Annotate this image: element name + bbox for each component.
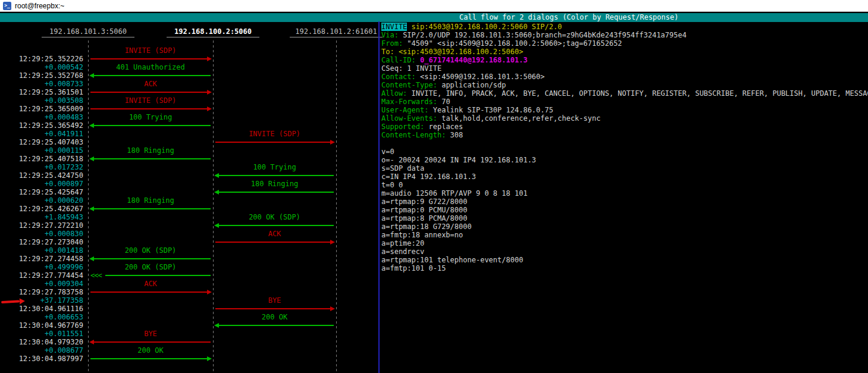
flow-arrow-line[interactable]: <<< — [90, 271, 211, 280]
flow-arrow-line[interactable] — [215, 138, 334, 146]
column-underline-line — [290, 37, 383, 37]
sip-text-segment: User-Agent: — [381, 106, 433, 114]
arrow-shaft — [90, 158, 211, 159]
timestamp: 12:29:25.407518 — [0, 155, 83, 163]
flow-arrow-label[interactable]: 401 Unauthorized — [88, 63, 213, 71]
sip-message-panel[interactable]: INVITE sip:4503@192.168.100.2:5060 SIP/2… — [381, 23, 868, 368]
flow-arrow-label[interactable]: 200 OK (SDP) — [88, 263, 213, 271]
flow-arrow-line[interactable] — [90, 338, 211, 346]
arrowhead-icon — [214, 323, 219, 328]
sip-message-line: From: "4509" <sip:4509@192.168.100.2:506… — [381, 39, 622, 48]
delta-timestamp: +0.000542 — [0, 63, 83, 71]
flow-arrow-line[interactable] — [215, 305, 334, 313]
sip-message-line: o=- 20024 20024 IN IP4 192.168.101.3 — [381, 156, 536, 164]
column-lifeline — [88, 40, 89, 373]
flow-arrow-label[interactable]: ACK — [88, 80, 213, 88]
sip-message-line: Via: SIP/2.0/UDP 192.168.101.3:5060;bran… — [381, 31, 687, 39]
flow-arrow-label[interactable]: 180 Ringing — [88, 146, 213, 155]
arrowhead-icon — [207, 57, 212, 61]
sip-text-segment: a=ptime:20 — [381, 239, 424, 247]
flow-arrow-label[interactable]: BYE — [88, 330, 213, 338]
timestamp: 12:29:25.424750 — [0, 171, 83, 180]
flow-arrow-label[interactable]: ACK — [88, 280, 213, 288]
flow-arrow-label[interactable]: 200 OK — [88, 346, 213, 355]
flow-arrow-label[interactable]: 200 OK — [213, 313, 336, 321]
arrowhead-icon — [330, 306, 335, 311]
delta-timestamp: +0.008677 — [0, 346, 83, 355]
column-lifeline — [336, 40, 337, 373]
sip-text-segment: application/sdp — [441, 81, 506, 89]
sip-text-segment: a=fmtp:101 0-15 — [381, 264, 446, 272]
flow-arrow-label[interactable]: 200 OK (SDP) — [88, 246, 213, 255]
sip-text-segment: talk,hold,conference,refer,check-sync — [441, 114, 600, 123]
arrow-shaft — [90, 125, 211, 126]
flow-arrow-label[interactable]: 100 Trying — [88, 113, 213, 121]
flow-arrow-line[interactable] — [90, 255, 211, 263]
column-address: 192.168.100.2:5060 — [148, 27, 278, 36]
delta-timestamp: +0.001418 — [0, 246, 83, 255]
sip-message-line: Content-Type: application/sdp — [381, 81, 506, 89]
sip-text-segment: 70 — [441, 98, 450, 106]
sip-text-segment: a=rtpmap:18 G729/8000 — [381, 222, 472, 231]
flow-arrow-line[interactable] — [90, 71, 211, 80]
sip-message-line: c=IN IP4 192.168.101.3 — [381, 173, 476, 181]
flow-arrow-label[interactable]: 180 Ringing — [213, 180, 336, 188]
sip-text-segment: c=IN IP4 192.168.101.3 — [381, 173, 476, 181]
flow-arrow-line[interactable] — [90, 355, 211, 363]
arrowhead-icon — [89, 156, 94, 161]
delta-timestamp: +1.845943 — [0, 213, 83, 221]
flow-arrow-line[interactable] — [90, 121, 211, 130]
delta-timestamp: +0.011551 — [0, 330, 83, 338]
flow-arrow-line[interactable] — [215, 188, 334, 196]
flow-arrow-label[interactable]: 200 OK (SDP) — [213, 213, 336, 221]
retransmit-marker: <<< — [90, 271, 102, 280]
sip-message-line: CSeq: 1 INVITE — [381, 64, 441, 73]
arrow-shaft — [90, 258, 211, 259]
sip-text-segment: replaces — [428, 123, 463, 131]
sip-message-line: User-Agent: Yealink SIP-T30P 124.86.0.75 — [381, 106, 553, 114]
flow-arrow-line[interactable] — [215, 238, 334, 246]
arrow-shaft — [215, 242, 334, 243]
sip-text-segment: 0_671741440@192.168.101.3 — [420, 56, 528, 64]
flow-arrow-line[interactable] — [215, 321, 334, 330]
arrowhead-icon — [214, 223, 219, 228]
flow-arrow-label[interactable]: BYE — [213, 296, 336, 305]
sip-text-segment: 308 — [450, 131, 463, 139]
sip-message-line: a=fmtp:18 annexb=no — [381, 231, 463, 239]
sip-text-segment: <sip:4509@192.168.101.3:5060> — [420, 73, 545, 81]
flow-arrow-line[interactable] — [215, 171, 334, 180]
delta-timestamp: +0.008733 — [0, 80, 83, 88]
flow-arrow-label[interactable]: ACK — [213, 230, 336, 238]
flow-arrow-line[interactable] — [90, 288, 211, 296]
flow-arrow-line[interactable] — [90, 155, 211, 163]
arrow-shaft — [215, 225, 334, 226]
sip-message-line: To: <sip:4503@192.168.100.2:5060> — [381, 48, 523, 56]
sip-text-segment: sip:4503@192.168.100.2:5060 SIP/2.0 — [407, 23, 562, 31]
flow-arrow-label[interactable]: INVITE (SDP) — [88, 96, 213, 105]
delta-timestamp: +0.000115 — [0, 146, 83, 155]
sip-text-segment: SIP/2.0/UDP 192.168.101.3:5060;branch=z9… — [403, 31, 687, 39]
flow-arrow-label[interactable]: INVITE (SDP) — [213, 130, 336, 138]
flow-arrow-line[interactable] — [90, 205, 211, 213]
sip-message-line: Max-Forwards: 70 — [381, 98, 450, 106]
sip-text-segment: CSeq: 1 INVITE — [381, 64, 441, 73]
flow-arrow-label[interactable]: 100 Trying — [213, 163, 336, 171]
timestamp: 12:29:27.274458 — [0, 255, 83, 263]
flow-arrow-line[interactable] — [90, 105, 211, 113]
flow-arrow-line[interactable] — [90, 55, 211, 63]
flow-arrow-label[interactable]: INVITE (SDP) — [88, 46, 213, 55]
flow-arrow-line[interactable] — [90, 88, 211, 96]
timestamp: 12:29:25.352226 — [0, 55, 83, 63]
flow-arrow-label[interactable]: 180 Ringing — [88, 196, 213, 205]
panel-separator — [378, 21, 380, 373]
sip-message-line: t=0 0 — [381, 181, 403, 189]
sip-text-segment: Call-ID: — [381, 56, 420, 64]
sip-message-line: a=rtpmap:0 PCMU/8000 — [381, 206, 468, 214]
sip-text-segment: Allow: — [381, 89, 412, 98]
delta-timestamp: +0.041911 — [0, 130, 83, 138]
sip-text-segment: v=0 — [381, 148, 394, 156]
sip-message-line: Allow: INVITE, INFO, PRACK, ACK, BYE, CA… — [381, 89, 868, 98]
column-underline-line — [42, 37, 134, 37]
flow-arrow-line[interactable] — [215, 221, 334, 230]
arrow-shaft — [90, 58, 211, 59]
